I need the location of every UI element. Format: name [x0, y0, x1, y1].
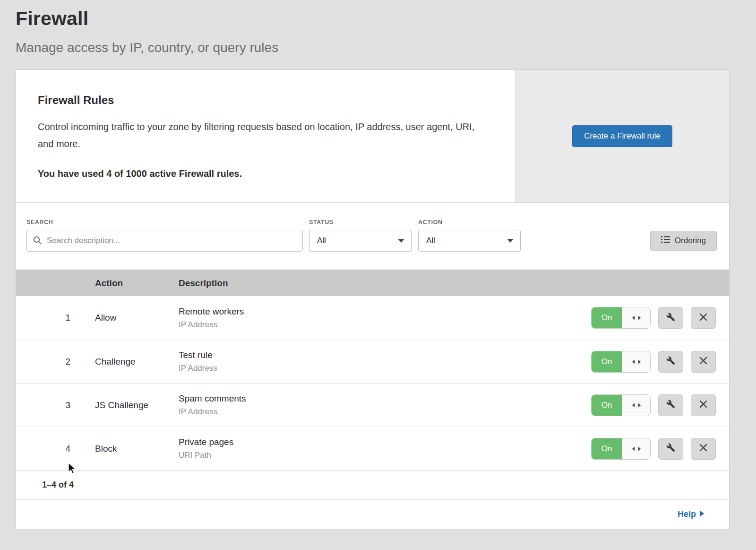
- search-field-wrap: [26, 230, 303, 252]
- wrench-icon: [666, 356, 675, 367]
- edit-rule-button[interactable]: [658, 307, 683, 329]
- card-description: Control incoming traffic to your zone by…: [38, 118, 487, 152]
- search-icon: [33, 236, 42, 247]
- create-rule-section: Create a Firewall rule: [515, 70, 729, 202]
- card-title: Firewall Rules: [38, 94, 487, 107]
- edit-rule-button[interactable]: [658, 351, 683, 373]
- delete-rule-button[interactable]: [691, 394, 716, 416]
- column-header-description: Description: [179, 278, 228, 288]
- search-input[interactable]: [26, 230, 303, 252]
- rule-enabled-toggle[interactable]: On: [591, 438, 651, 460]
- rule-match-type: IP Address: [179, 320, 591, 330]
- rule-enabled-toggle[interactable]: On: [591, 351, 651, 373]
- chevron-down-icon: [398, 239, 404, 243]
- ordering-button[interactable]: Ordering: [650, 231, 717, 251]
- close-icon: [699, 357, 707, 367]
- column-header-action: Action: [95, 278, 179, 288]
- rule-controls: On: [591, 394, 729, 416]
- chevron-down-icon: [507, 239, 514, 243]
- table-header: Action Description: [16, 270, 729, 296]
- delete-rule-button[interactable]: [691, 438, 716, 460]
- help-link-label: Help: [678, 509, 696, 519]
- rule-description-cell: Spam comments IP Address: [179, 393, 591, 417]
- ordering-button-label: Ordering: [675, 236, 706, 245]
- table-row: 1 Allow Remote workers IP Address On: [16, 296, 729, 340]
- status-select[interactable]: All: [309, 230, 412, 252]
- firewall-rules-card: Firewall Rules Control incoming traffic …: [16, 70, 729, 203]
- delete-rule-button[interactable]: [691, 351, 716, 373]
- rule-description-cell: Test rule IP Address: [179, 350, 591, 373]
- status-label: STATUS: [309, 219, 412, 226]
- rule-description-cell: Private pages URI Path: [179, 437, 591, 460]
- rule-description: Spam comments: [179, 393, 591, 404]
- rule-description-cell: Remote workers IP Address: [179, 306, 591, 330]
- edit-rule-button[interactable]: [658, 394, 683, 416]
- rule-match-type: IP Address: [179, 407, 591, 417]
- firewall-rules-card-text: Firewall Rules Control incoming traffic …: [16, 70, 515, 202]
- toggle-arrows-icon: [622, 395, 650, 416]
- close-icon: [699, 444, 707, 454]
- rule-match-type: IP Address: [179, 364, 591, 373]
- status-filter-group: STATUS All: [309, 219, 412, 252]
- rule-enabled-toggle[interactable]: On: [591, 307, 651, 329]
- rule-priority: 1: [16, 313, 70, 323]
- toggle-on-label: On: [592, 438, 622, 459]
- rule-match-type: URI Path: [179, 451, 591, 460]
- search-filter-group: SEARCH: [26, 219, 303, 252]
- create-firewall-rule-button[interactable]: Create a Firewall rule: [572, 125, 672, 147]
- rule-priority: 4: [16, 444, 70, 454]
- toggle-arrows-icon: [622, 351, 650, 372]
- rule-priority: 3: [16, 400, 70, 410]
- table-row: 2 Challenge Test rule IP Address On: [16, 340, 729, 383]
- help-row: Help: [16, 499, 729, 529]
- wrench-icon: [666, 400, 675, 410]
- toggle-on-label: On: [592, 351, 622, 372]
- rule-action: Challenge: [95, 357, 179, 367]
- toggle-on-label: On: [592, 307, 622, 328]
- toggle-arrows-icon: [622, 438, 650, 459]
- rule-description: Remote workers: [179, 306, 591, 317]
- action-label: ACTION: [418, 219, 521, 226]
- action-select-value: All: [426, 236, 435, 245]
- rule-action: Allow: [95, 313, 179, 323]
- search-label: SEARCH: [26, 219, 303, 226]
- rule-priority: 2: [16, 357, 70, 367]
- wrench-icon: [666, 313, 675, 323]
- rule-controls: On: [591, 351, 729, 373]
- toggle-arrows-icon: [622, 307, 650, 328]
- pagination-summary: 1–4 of 4: [16, 470, 729, 499]
- rule-description: Private pages: [179, 437, 591, 447]
- close-icon: [699, 313, 707, 323]
- close-icon: [699, 400, 707, 410]
- rule-description: Test rule: [179, 350, 591, 360]
- rule-controls: On: [591, 307, 729, 329]
- action-filter-group: ACTION All: [418, 219, 521, 252]
- toggle-on-label: On: [592, 395, 622, 416]
- page-subtitle: Manage access by IP, country, or query r…: [16, 40, 740, 55]
- rule-action: JS Challenge: [95, 400, 179, 410]
- wrench-icon: [666, 443, 675, 454]
- ordering-list-icon: [661, 236, 670, 246]
- action-select[interactable]: All: [418, 230, 521, 252]
- status-select-value: All: [317, 236, 326, 245]
- rule-controls: On: [591, 438, 729, 460]
- firewall-page: Firewall Manage access by IP, country, o…: [0, 0, 756, 529]
- table-row: 3 JS Challenge Spam comments IP Address …: [16, 383, 729, 427]
- rules-table-body: 1 Allow Remote workers IP Address On: [16, 296, 729, 470]
- edit-rule-button[interactable]: [658, 438, 683, 460]
- page-title: Firewall: [16, 8, 740, 30]
- filters-bar: SEARCH STATUS All ACTION All: [16, 203, 729, 270]
- delete-rule-button[interactable]: [691, 307, 716, 329]
- table-row: 4 Block Private pages URI Path On: [16, 427, 729, 470]
- help-link[interactable]: Help: [678, 509, 704, 519]
- rules-usage-text: You have used 4 of 1000 active Firewall …: [38, 168, 487, 179]
- help-arrow-icon: [700, 509, 704, 519]
- firewall-panel: Firewall Rules Control incoming traffic …: [16, 70, 730, 529]
- rule-action: Block: [95, 444, 179, 454]
- rule-enabled-toggle[interactable]: On: [591, 394, 651, 416]
